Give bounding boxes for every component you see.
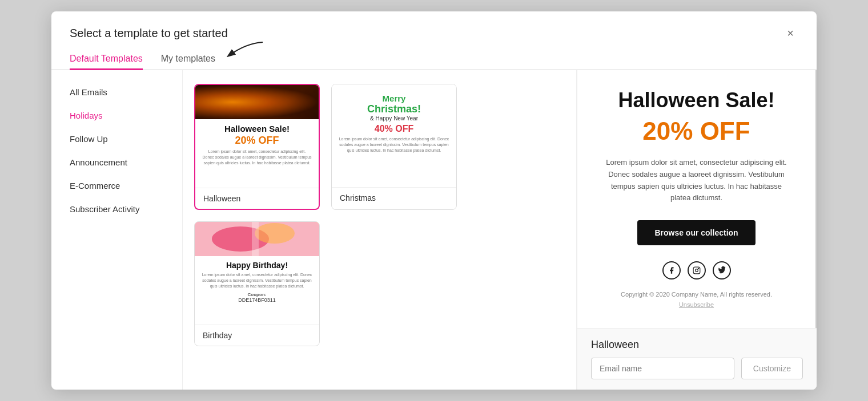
tab-my-templates[interactable]: My templates [161,49,215,70]
birthday-image-bar [195,222,319,256]
email-name-input[interactable] [591,358,734,379]
close-button[interactable]: × [782,25,798,41]
modal-title: Select a template to get started [70,27,228,40]
sidebar-item-ecommerce[interactable]: E-Commerce [51,174,182,197]
social-icons [600,261,793,280]
preview-lorem: Lorem ipsum dolor sit amet, consectetur … [600,157,793,204]
christmas-merry: Merry [339,94,449,103]
customize-button[interactable]: Customize [741,358,803,379]
preview-unsubscribe[interactable]: Unsubscribe [600,301,793,308]
svg-point-6 [698,268,698,269]
preview-discount: 20% OFF [600,117,793,145]
preview-content: Halloween Sale! 20% OFF Lorem ipsum dolo… [577,70,815,328]
preview-panel: Halloween Sale! 20% OFF Lorem ipsum dolo… [577,70,817,390]
svg-point-2 [255,223,295,244]
sidebar-item-announcement[interactable]: Announcement [51,151,182,174]
christmas-content: Merry Christmas! & Happy New Year 40% OF… [332,84,456,157]
birthday-content: Happy Birthday! Lorem ipsum dolor sit am… [195,256,319,307]
preview-name-label: Halloween [591,339,803,351]
birthday-coupon-code: DDE174BF0311 [202,297,312,303]
preview-scroll[interactable]: Halloween Sale! 20% OFF Lorem ipsum dolo… [577,70,817,328]
christmas-discount: 40% OFF [339,124,449,134]
birthday-label: Birthday [195,325,319,346]
tabs-row: Default Templates My templates [51,48,817,70]
halloween-discount: 20% OFF [202,135,312,147]
birthday-heading: Happy Birthday! [202,261,312,270]
svg-rect-3 [252,222,259,256]
card-preview-birthday: Happy Birthday! Lorem ipsum dolor sit am… [195,222,319,325]
card-preview-christmas: Merry Christmas! & Happy New Year 40% OF… [332,84,456,187]
birthday-lorem: Lorem ipsum dolor sit amet, consectetur … [202,272,312,289]
sidebar-item-follow-up[interactable]: Follow Up [51,127,182,151]
halloween-heading: Halloween Sale! [202,124,312,133]
modal-body: All Emails Holidays Follow Up Announceme… [51,70,817,390]
halloween-lorem: Lorem ipsum dolor sit amet, consectetur … [202,149,312,165]
sidebar-item-holidays[interactable]: Holidays [51,104,182,127]
halloween-content: Halloween Sale! 20% OFF Lorem ipsum dolo… [195,119,319,170]
modal-dialog: Select a template to get started × Defau… [51,11,817,390]
birthday-decoration [195,222,319,256]
christmas-lorem: Lorem ipsum dolor sit amet, consectetur … [339,136,449,153]
svg-point-5 [695,269,698,272]
instagram-icon [688,261,706,280]
preview-title: Halloween Sale! [600,88,793,112]
template-grid: Halloween Sale! 20% OFF Lorem ipsum dolo… [183,70,577,390]
sidebar-item-all-emails[interactable]: All Emails [51,80,182,104]
modal-header: Select a template to get started × [51,11,817,41]
christmas-label: Christmas [332,187,456,208]
christmas-heading: Christmas! [339,103,449,115]
preview-footer-text: Copyright © 2020 Company Name, All right… [600,291,793,298]
card-preview-halloween: Halloween Sale! 20% OFF Lorem ipsum dolo… [195,85,319,188]
sidebar-item-subscriber-activity[interactable]: Subscriber Activity [51,197,182,221]
halloween-image-bar [195,85,319,119]
christmas-subheading: & Happy New Year [339,115,449,121]
halloween-label: Halloween [195,188,319,209]
facebook-icon [662,261,681,280]
template-card-halloween[interactable]: Halloween Sale! 20% OFF Lorem ipsum dolo… [194,84,320,210]
svg-rect-4 [693,267,700,274]
browse-collection-button[interactable]: Browse our collection [637,220,755,245]
preview-name-section: Halloween Customize [577,328,817,390]
template-card-christmas[interactable]: Merry Christmas! & Happy New Year 40% OF… [331,84,457,210]
sidebar: All Emails Holidays Follow Up Announceme… [51,70,183,390]
preview-actions: Customize [591,358,803,379]
tab-default-templates[interactable]: Default Templates [70,49,143,70]
arrow-annotation [217,38,268,60]
halloween-image [195,85,319,119]
twitter-icon [713,261,731,280]
template-card-birthday[interactable]: Happy Birthday! Lorem ipsum dolor sit am… [194,221,320,346]
birthday-coupon-label: Coupon: [202,292,312,297]
